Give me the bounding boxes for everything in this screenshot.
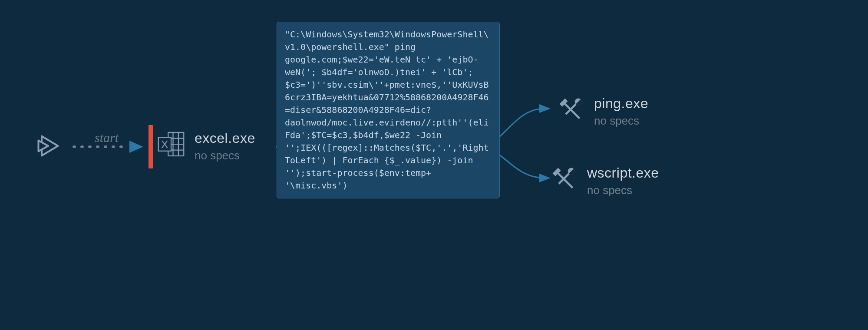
svg-marker-4: [539, 104, 551, 113]
node-subtitle: no specs: [195, 149, 255, 162]
edge-label-start: start: [95, 130, 119, 145]
node-subtitle: no specs: [594, 114, 648, 128]
play-icon: [33, 130, 64, 162]
severity-bar-excel: [149, 125, 153, 168]
command-detail-tooltip: "C:\Windows\System32\WindowsPowerShell\v…: [277, 22, 500, 198]
node-title: wscript.exe: [587, 165, 659, 181]
svg-marker-7: [39, 141, 49, 152]
start-node[interactable]: [33, 130, 64, 162]
node-subtitle: no specs: [587, 184, 659, 197]
node-title: ping.exe: [594, 96, 648, 112]
svg-marker-1: [129, 141, 143, 153]
excel-icon: X: [155, 129, 187, 160]
node-excel[interactable]: X excel.exe no specs: [155, 129, 255, 162]
tools-icon: [548, 163, 579, 195]
node-ping[interactable]: ping.exe no specs: [555, 94, 648, 128]
tools-icon: [555, 94, 586, 125]
node-title: excel.exe: [195, 130, 255, 146]
svg-text:X: X: [161, 139, 168, 150]
node-wscript[interactable]: wscript.exe no specs: [548, 163, 659, 197]
